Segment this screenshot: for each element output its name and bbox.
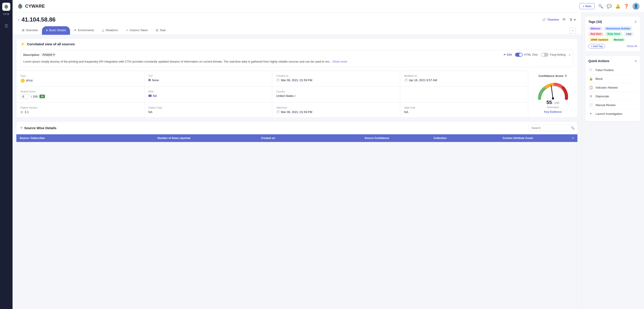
qa-block[interactable]: 🔒 Block	[588, 74, 637, 83]
description-label: Description Analyst ▾	[23, 53, 56, 57]
edit-button[interactable]: ✏ Edit	[504, 53, 512, 56]
description-actions: ✏ Edit HTML View Fang-	[504, 53, 570, 57]
expand-button[interactable]: »	[570, 27, 576, 34]
analyst-score-field: Analyst Score / 100 20	[16, 86, 144, 102]
card-header-title: Correlated view of all sources	[27, 42, 75, 46]
message-icon[interactable]: 💬	[607, 4, 612, 9]
description-text: Lorem ipsum simply dummy of the printing…	[23, 60, 570, 64]
sidebar-menu-icon[interactable]: ☰	[3, 22, 10, 30]
html-view-toggle[interactable]	[515, 53, 523, 57]
analyst-score-input[interactable]	[20, 94, 29, 99]
relations-icon: △	[102, 28, 104, 32]
tag-red-alert[interactable]: Red Alert	[588, 32, 604, 36]
qa-false-positive[interactable]: 🛡 False Positive	[588, 66, 637, 74]
asn-field: ASN NA	[144, 86, 272, 102]
bell-icon[interactable]: 🔔	[615, 4, 620, 9]
analyst-score-badge: 20	[40, 95, 45, 98]
page-title-text: 41.104.58.86	[22, 16, 56, 23]
sidebar: CTIX ☰	[0, 0, 12, 309]
show-all-tags-link[interactable]: Show All	[627, 44, 637, 48]
gauge-numbers: 55 / 100	[546, 100, 560, 106]
basic-details-icon: ●	[46, 28, 48, 32]
details-confidence-row: Type 🟡 IPV4 TLP	[16, 71, 578, 118]
page-title-actions: 📈 Timeline 👁 ⬆ ▾	[542, 17, 576, 22]
tags-title: Tags (10)	[588, 20, 602, 24]
svg-line-8	[551, 86, 553, 98]
info-icon: ℹ	[295, 94, 296, 97]
valid-until-field: Valid Until NA	[400, 103, 528, 118]
search-icon[interactable]: 🔍	[598, 4, 603, 9]
col-source-confidence: Source Confidence	[362, 134, 430, 142]
collapse-description-button[interactable]: «	[569, 53, 570, 56]
tags-wrap: Malware Anonymous Activity Red Alert Sol…	[588, 26, 637, 42]
help-icon[interactable]: ❓	[624, 4, 629, 9]
content-wrap: ‹ 41.104.58.86 📈 Timeline 👁 ⬆ ▾	[12, 12, 644, 309]
key-evidence-link[interactable]: Key Evidence	[544, 110, 562, 114]
tags-collapse-button[interactable]: ∧	[634, 20, 637, 24]
tags-section-header: Tags (10) ∧	[588, 20, 637, 24]
col-add[interactable]: +	[568, 134, 578, 142]
page-header: ‹ 41.104.58.86 📈 Timeline 👁 ⬆ ▾	[12, 12, 581, 35]
card-header: ⚡ Correlated view of all sources	[16, 39, 578, 46]
fang-defang-toggle[interactable]	[541, 53, 548, 57]
tag-malware[interactable]: Malware	[588, 26, 602, 30]
main-area: ⚡ Correlated view of all sources Descrip…	[12, 35, 581, 146]
tab-enrichments[interactable]: ✦ Enrichments	[70, 26, 98, 35]
qa-manual-review[interactable]: 📄 Manual Review	[588, 101, 637, 110]
eye-icon-button[interactable]: 👁	[562, 17, 566, 22]
tag-19066-updated[interactable]: 19066 Updated	[588, 38, 610, 42]
confidence-gauge	[535, 80, 571, 102]
analyst-dropdown[interactable]: Analyst ▾	[41, 53, 56, 57]
qa-deprecate[interactable]: ⚙ Deprecate	[588, 92, 637, 101]
timeline-button[interactable]: 📈 Timeline	[542, 18, 559, 21]
share-button[interactable]: ⬆ ▾	[569, 17, 576, 22]
col-collection: Collection	[430, 134, 500, 142]
source-search-input[interactable]	[532, 126, 569, 130]
qa-launch-investigation[interactable]: ✦ Launch Investigation	[588, 110, 637, 118]
new-button[interactable]: + New	[580, 3, 595, 9]
avatar[interactable]: 👤	[632, 3, 640, 10]
tags-footer: + Add Tag Show All	[588, 44, 637, 48]
launch-investigation-icon: ✦	[588, 111, 593, 116]
pencil-icon: ✏	[504, 53, 506, 56]
quick-actions-collapse-button[interactable]: ∧	[634, 59, 637, 63]
description-section: Description Analyst ▾ ✏ Edit	[16, 46, 578, 71]
tags-section: Tags (10) ∧ Malware Anonymous Activity R…	[585, 16, 640, 52]
clock-icon-modified: 🕐	[404, 78, 408, 82]
tag-anonymous-activity[interactable]: Anonymous Activity	[604, 26, 632, 30]
description-toolbar: Description Analyst ▾ ✏ Edit	[23, 53, 570, 57]
correlated-view-card: ⚡ Correlated view of all sources Descrip…	[16, 38, 578, 118]
tag-revised[interactable]: Revised	[612, 38, 626, 42]
empty-field	[400, 86, 528, 102]
tab-relations[interactable]: △ Relations	[98, 26, 122, 35]
actions-taken-icon: ✓	[126, 28, 128, 32]
asn-flag	[148, 95, 152, 97]
sidebar-logo[interactable]	[2, 3, 10, 11]
back-button[interactable]: ‹	[18, 17, 19, 22]
tab-task[interactable]: ⊟ Task	[152, 26, 170, 35]
page-title-row: ‹ 41.104.58.86 📈 Timeline 👁 ⬆ ▾	[18, 16, 576, 26]
country-field: Country United States ℹ	[272, 86, 400, 102]
add-tag-button[interactable]: + Add Tag	[588, 44, 605, 48]
show-more-link[interactable]: Show more	[332, 60, 347, 63]
ipv4-icon: 🟡	[20, 78, 25, 83]
qa-indicator-allowed[interactable]: 📋 Indicator Allowed	[588, 83, 637, 92]
tab-basic-details[interactable]: ● Basic Details	[42, 26, 70, 35]
tlp-field: TLP None	[144, 71, 272, 86]
tab-overview[interactable]: ⊞ Overview	[18, 26, 42, 35]
topbar-actions: + New 🔍 💬 🔔 ❓ 👤	[580, 3, 640, 10]
tag-csd[interactable]: CSD	[624, 32, 634, 36]
quick-actions-section: Quick Actions ∧ 🛡 False Positive 🔒 Block…	[585, 56, 640, 121]
enrichments-icon: ✦	[74, 28, 76, 32]
tag-solar-steel[interactable]: Solar Steel	[605, 32, 622, 36]
tab-actions-taken[interactable]: ✓ Actions Taken	[122, 26, 152, 35]
svg-point-9	[552, 97, 554, 100]
page-content: ‹ 41.104.58.86 📈 Timeline 👁 ⬆ ▾	[12, 12, 581, 309]
source-title: ≡ Source Wise Details	[20, 126, 56, 130]
quick-actions-title: Quick Actions	[588, 59, 610, 63]
clock-icon: 🕐	[276, 78, 280, 82]
refresh-icon[interactable]: ↻	[564, 74, 567, 78]
tabs: ⊞ Overview ● Basic Details ✦ Enrichments	[18, 26, 170, 35]
html-view-toggle-group: HTML View	[515, 53, 538, 57]
deprecate-icon: ⚙	[588, 94, 593, 99]
